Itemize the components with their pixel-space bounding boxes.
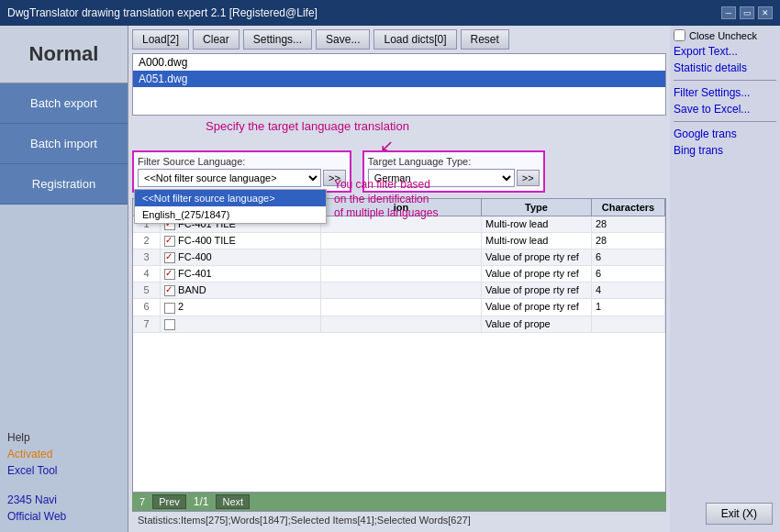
row-cb[interactable]: 2 (161, 299, 321, 315)
row-chars: 28 (592, 216, 665, 232)
row-type: Value of prope rty ref (482, 299, 592, 315)
sidebar-officialweb-link[interactable]: Official Web (7, 508, 120, 525)
table-row[interactable]: 6 2 Value of prope rty ref 1 (133, 299, 665, 316)
row-cb[interactable]: FC-400 TILE (161, 233, 321, 249)
bing-trans-link[interactable]: Bing trans (674, 144, 776, 157)
filter-target-label: Target Language Type: (368, 156, 540, 167)
next-button[interactable]: Next (216, 494, 250, 509)
row-num: 2 (133, 233, 161, 249)
row-num: 7 (133, 316, 161, 332)
sidebar-registration[interactable]: Registration (0, 164, 128, 205)
minimize-button[interactable]: ─ (721, 6, 736, 19)
filter-source-label: Filter Source Language: (138, 156, 346, 167)
row-translation (321, 283, 482, 298)
file-item-a051[interactable]: A051.dwg (133, 71, 665, 87)
row-num: 6 (133, 299, 161, 315)
close-uncheck-label: Close Uncheck (689, 30, 757, 41)
export-text-link[interactable]: Export Text... (674, 45, 776, 58)
pagination-bar: 7 Prev 1/1 Next (132, 493, 666, 511)
row-cb[interactable] (161, 316, 321, 332)
filter-source-select[interactable]: <<Not filter source language> English_(2… (138, 169, 321, 187)
row-cb[interactable]: FC-401 (161, 266, 321, 282)
stats-bar: Statistics:Items[275];Words[1847];Select… (132, 511, 666, 528)
row-translation (321, 249, 482, 265)
row-translation (321, 233, 482, 249)
google-trans-link[interactable]: Google trans (674, 127, 776, 140)
right-panel: Close Uncheck Export Text... Statistic d… (670, 26, 780, 532)
dropdown-item-notfilter[interactable]: <<Not filter source language> (135, 190, 326, 206)
close-uncheck-row: Close Uncheck (674, 29, 776, 41)
sidebar-help-link[interactable]: Help (7, 429, 120, 446)
title-bar: DwgTranslator drawing translation expert… (0, 0, 780, 26)
clear-button[interactable]: Clear (193, 29, 240, 50)
table-row[interactable]: 4 FC-401 Value of prope rty ref 6 (133, 266, 665, 283)
main-content: Load[2] Clear Settings... Save... Load d… (128, 26, 670, 532)
filter-annotation: You can filter basedon the identificatio… (334, 178, 499, 221)
filter-source-dropdown: <<Not filter source language> English_(2… (134, 189, 327, 224)
load-dicts-button[interactable]: Load dicts[0] (373, 29, 456, 50)
row-chars: 1 (592, 299, 665, 315)
row-num: 5 (133, 283, 161, 298)
row-num: 3 (133, 249, 161, 265)
row-chars (592, 316, 665, 332)
file-list: A000.dwg A051.dwg (132, 53, 666, 116)
settings-button[interactable]: Settings... (243, 29, 312, 50)
row-type: Multi-row lead (482, 233, 592, 249)
sidebar-normal-label: Normal (0, 26, 128, 83)
row-cb[interactable]: BAND (161, 283, 321, 298)
row-type: Value of prope rty ref (482, 249, 592, 265)
page-info: 1/1 (194, 495, 209, 508)
row-type: Value of prope rty ref (482, 283, 592, 298)
filter-settings-link[interactable]: Filter Settings... (674, 86, 776, 99)
exit-area: Exit (X) (674, 499, 776, 528)
row-cb[interactable]: FC-400 (161, 249, 321, 265)
sidebar-2345navi-link[interactable]: 2345 Navi (7, 492, 120, 508)
separator (674, 80, 776, 81)
restore-button[interactable]: ▭ (740, 6, 754, 19)
save-button[interactable]: Save... (316, 29, 370, 50)
table-row[interactable]: 2 FC-400 TILE Multi-row lead 28 (133, 233, 665, 249)
sidebar-activated-link[interactable]: Activated (7, 446, 120, 462)
col-chars: Characters (592, 199, 665, 216)
row-chars: 6 (592, 266, 665, 282)
load-button[interactable]: Load[2] (132, 29, 189, 50)
sidebar: Normal Batch export Batch import Registr… (0, 26, 128, 532)
prev-button[interactable]: Prev (152, 494, 186, 509)
statistic-details-link[interactable]: Statistic details (674, 61, 776, 74)
table-row[interactable]: 7 Value of prope (133, 316, 665, 333)
row-translation (321, 266, 482, 282)
row-type: Value of prope (482, 316, 592, 332)
exit-button[interactable]: Exit (X) (706, 503, 773, 525)
filter-source-section: Filter Source Language: <<Not filter sou… (132, 150, 351, 193)
row-chars: 28 (592, 233, 665, 249)
translation-table: ion Type Characters 1 FC-401 TILE Multi-… (132, 198, 666, 493)
separator (674, 121, 776, 122)
row-translation (321, 316, 482, 332)
annotation-area: Specify the target language translation … (132, 117, 666, 150)
toolbar: Load[2] Clear Settings... Save... Load d… (132, 29, 666, 50)
filter-row: Filter Source Language: <<Not filter sou… (132, 150, 666, 193)
sidebar-batch-export[interactable]: Batch export (0, 83, 128, 124)
app-title: DwgTranslator drawing translation expert… (7, 6, 318, 19)
save-to-excel-link[interactable]: Save to Excel... (674, 103, 776, 116)
filter-source-controls: <<Not filter source language> English_(2… (138, 169, 346, 187)
row-chars: 4 (592, 283, 665, 298)
row-chars: 6 (592, 249, 665, 265)
sidebar-bottom-links: Help Activated Excel Tool 2345 Navi Offi… (0, 422, 128, 532)
sidebar-excel-tool-link[interactable]: Excel Tool (7, 462, 120, 479)
row-translation (321, 299, 482, 315)
close-uncheck-checkbox[interactable] (674, 29, 685, 41)
dropdown-item-english[interactable]: English_(275/1847) (135, 206, 326, 223)
specify-annotation: Specify the target language translation (206, 119, 409, 133)
file-item-a000[interactable]: A000.dwg (133, 54, 665, 71)
table-row[interactable]: 5 BAND Value of prope rty ref 4 (133, 283, 665, 299)
table-row[interactable]: 3 FC-400 Value of prope rty ref 6 (133, 249, 665, 266)
sidebar-batch-import[interactable]: Batch import (0, 124, 128, 164)
row-count-indicator: 7 (139, 496, 145, 507)
row-num: 4 (133, 266, 161, 282)
row-type: Value of prope rty ref (482, 266, 592, 282)
reset-button[interactable]: Reset (461, 29, 509, 50)
close-button[interactable]: ✕ (758, 6, 773, 19)
window-controls: ─ ▭ ✕ (721, 6, 773, 19)
filter-target-arrow-btn[interactable]: >> (517, 170, 540, 186)
